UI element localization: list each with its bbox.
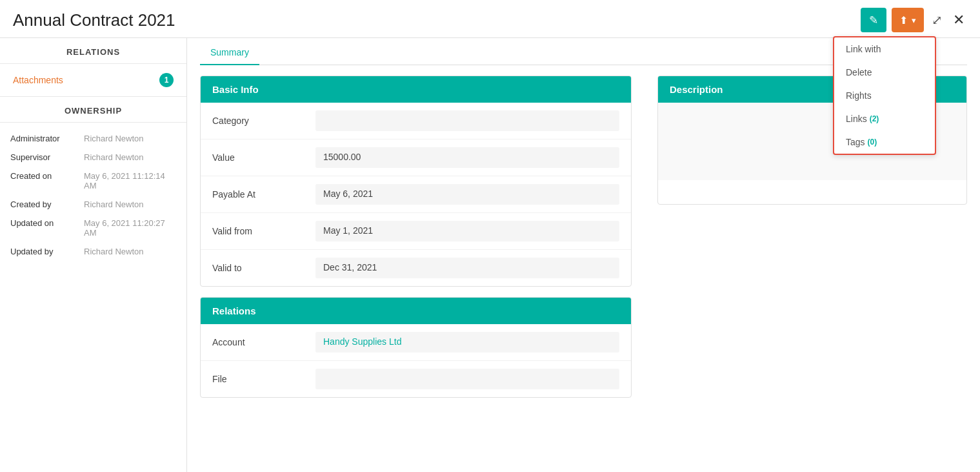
expand-button[interactable]: ⤢ <box>929 10 945 30</box>
share-button[interactable]: ⬆ ▾ <box>892 8 924 32</box>
expand-icon: ⤢ <box>932 13 943 27</box>
attachments-badge: 1 <box>159 73 174 87</box>
value-payable-at[interactable]: May 6, 2021 <box>315 184 619 205</box>
value-account[interactable]: Handy Supplies Ltd <box>315 332 619 353</box>
ownership-row-created-by: Created by Richard Newton <box>10 195 176 214</box>
basic-info-card: Basic Info Category Value 15000.00 <box>200 76 632 287</box>
field-account: Account Handy Supplies Ltd <box>201 324 631 361</box>
dropdown-tags-badge: (0) <box>868 138 877 147</box>
field-valid-from: Valid from May 1, 2021 <box>201 213 631 250</box>
ownership-key-updated-by: Updated by <box>10 247 81 256</box>
label-valid-to: Valid to <box>212 263 315 273</box>
close-icon: ✕ <box>953 12 965 28</box>
field-valid-to: Valid to Dec 31, 2021 <box>201 250 631 286</box>
dropdown-rights[interactable]: Rights <box>834 84 935 107</box>
ownership-key-created-on: Created on <box>10 171 81 190</box>
page: Annual Contract 2021 ✎ ⬆ ▾ ⤢ ✕ Link with <box>0 0 980 472</box>
dropdown-links-badge: (2) <box>870 114 879 123</box>
value-category[interactable] <box>315 110 619 131</box>
label-valid-from: Valid from <box>212 226 315 236</box>
ownership-val-updated-by: Richard Newton <box>84 247 176 256</box>
ownership-table: Administrator Richard Newton Supervisor … <box>0 123 186 267</box>
relations-card: Relations Account Handy Supplies Ltd Fil… <box>200 297 632 398</box>
field-category: Category <box>201 103 631 139</box>
header: Annual Contract 2021 ✎ ⬆ ▾ ⤢ ✕ Link with <box>0 0 980 38</box>
chevron-down-icon: ▾ <box>912 15 916 25</box>
label-account: Account <box>212 337 315 347</box>
value-file[interactable] <box>315 369 619 389</box>
ownership-key-supervisor: Supervisor <box>10 152 81 162</box>
ownership-row-created-on: Created on May 6, 2021 11:12:14 AM <box>10 167 176 195</box>
ownership-row-updated-by: Updated by Richard Newton <box>10 242 176 261</box>
value-valid-to[interactable]: Dec 31, 2021 <box>315 258 619 278</box>
edit-button[interactable]: ✎ <box>861 8 886 32</box>
page-title: Annual Contract 2021 <box>13 10 175 30</box>
dropdown-delete[interactable]: Delete <box>834 61 935 84</box>
attachments-row[interactable]: Attachments 1 <box>0 64 186 97</box>
field-value: Value 15000.00 <box>201 139 631 176</box>
ownership-val-created-by: Richard Newton <box>84 200 176 209</box>
ownership-key-administrator: Administrator <box>10 134 81 143</box>
dropdown-delete-label: Delete <box>846 67 872 77</box>
ownership-val-supervisor: Richard Newton <box>84 152 176 162</box>
value-value[interactable]: 15000.00 <box>315 147 619 168</box>
tab-summary-label: Summary <box>210 47 249 57</box>
header-actions: ✎ ⬆ ▾ ⤢ ✕ Link with Delete Ri <box>861 8 967 32</box>
tab-summary[interactable]: Summary <box>200 41 259 65</box>
ownership-val-created-on: May 6, 2021 11:12:14 AM <box>84 171 176 190</box>
ownership-row-administrator: Administrator Richard Newton <box>10 129 176 148</box>
dropdown-menu: Link with Delete Rights Links (2) Tags (… <box>833 36 936 155</box>
ownership-row-supervisor: Supervisor Richard Newton <box>10 148 176 167</box>
dropdown-link-with-label: Link with <box>846 44 881 54</box>
close-button[interactable]: ✕ <box>950 9 967 31</box>
relations-section-title: RELATIONS <box>0 38 186 64</box>
basic-info-header: Basic Info <box>201 76 631 103</box>
field-file: File <box>201 361 631 397</box>
ownership-key-updated-on: Updated on <box>10 218 81 238</box>
dropdown-link-with[interactable]: Link with <box>834 37 935 61</box>
dropdown-links-label: Links <box>846 114 867 124</box>
relations-header: Relations <box>201 298 631 324</box>
left-column: Basic Info Category Value 15000.00 <box>200 76 632 408</box>
ownership-val-administrator: Richard Newton <box>84 134 176 143</box>
label-value: Value <box>212 152 315 163</box>
basic-info-body: Category Value 15000.00 Payable At May 6… <box>201 103 631 286</box>
dropdown-tags[interactable]: Tags (0) <box>834 130 935 154</box>
dropdown-tags-label: Tags <box>846 137 865 147</box>
relations-body: Account Handy Supplies Ltd File <box>201 324 631 397</box>
ownership-val-updated-on: May 6, 2021 11:20:27 AM <box>84 218 176 238</box>
ownership-key-created-by: Created by <box>10 200 81 209</box>
value-valid-from[interactable]: May 1, 2021 <box>315 221 619 241</box>
dropdown-links[interactable]: Links (2) <box>834 107 935 130</box>
ownership-section-title: OWNERSHIP <box>0 97 186 123</box>
label-category: Category <box>212 116 315 126</box>
field-payable-at: Payable At May 6, 2021 <box>201 176 631 213</box>
label-payable-at: Payable At <box>212 189 315 200</box>
sidebar: RELATIONS Attachments 1 OWNERSHIP Admini… <box>0 38 187 472</box>
share-icon: ⬆ <box>899 14 908 26</box>
pencil-icon: ✎ <box>869 14 878 27</box>
label-file: File <box>212 374 315 384</box>
dropdown-rights-label: Rights <box>846 90 872 101</box>
ownership-row-updated-on: Updated on May 6, 2021 11:20:27 AM <box>10 214 176 242</box>
attachments-label: Attachments <box>13 75 63 85</box>
